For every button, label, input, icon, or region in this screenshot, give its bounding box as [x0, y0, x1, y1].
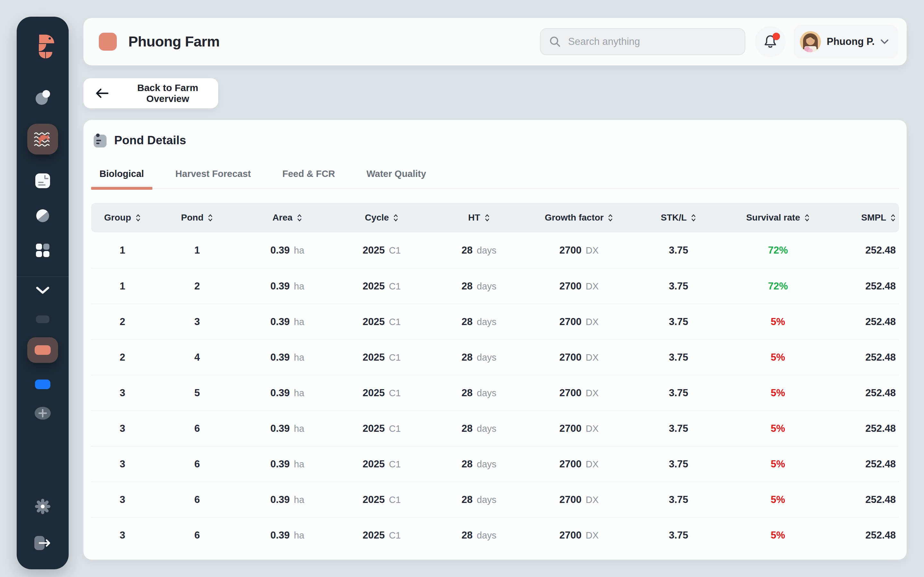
blue-pill-item[interactable] — [35, 380, 50, 389]
table-row[interactable]: 110.39ha2025C128days2700DX3.7572%252.48 — [91, 232, 899, 268]
sidebar-item-ponds-active[interactable] — [27, 124, 58, 155]
back-button[interactable]: Back to Farm Overview — [83, 78, 218, 108]
cell-value: 28 — [462, 387, 473, 399]
cell-value: 3.75 — [669, 387, 688, 399]
column-header-cycle[interactable]: Cycle — [334, 213, 429, 223]
table-row[interactable]: 360.39ha2025C128days2700DX3.755%252.48 — [91, 446, 899, 482]
column-header-group[interactable]: Group — [91, 213, 153, 223]
tab-feed-fcr[interactable]: Feed & FCR — [274, 169, 343, 188]
cell-value: 28 — [462, 245, 473, 256]
cell-stk: 3.75 — [629, 245, 728, 256]
cell-pond: 4 — [153, 351, 240, 363]
column-header-growth-factor[interactable]: Growth factor — [529, 213, 629, 223]
tab-harvest-forecast[interactable]: Harvest Forecast — [167, 169, 259, 188]
cell-pond: 1 — [153, 245, 240, 256]
column-header-survival-rate[interactable]: Survival rate — [728, 213, 828, 223]
cell-ht: 28days — [429, 530, 529, 541]
cell-group: 3 — [91, 387, 153, 399]
cell-growth: 2700DX — [529, 494, 629, 506]
cell-survival: 5% — [728, 423, 828, 434]
cell-unit: C1 — [389, 281, 401, 292]
chevron-down-icon[interactable] — [36, 287, 49, 294]
cell-group: 3 — [91, 494, 153, 506]
table-row[interactable]: 360.39ha2025C128days2700DX3.755%252.48 — [91, 482, 899, 517]
shrimp-logo[interactable] — [31, 33, 54, 60]
cell-value: 5% — [771, 316, 785, 327]
cell-unit: ha — [294, 352, 304, 363]
sidebar — [17, 17, 69, 569]
table-row[interactable]: 360.39ha2025C128days2700DX3.755%252.48 — [91, 410, 899, 446]
user-menu[interactable]: Phuong P. — [793, 25, 898, 59]
cell-growth: 2700DX — [529, 280, 629, 292]
cell-value: 3.75 — [669, 245, 688, 256]
notes-icon[interactable] — [35, 173, 50, 189]
cell-value: 2025 — [363, 316, 384, 327]
cell-area: 0.39ha — [240, 351, 334, 363]
cell-smpl: 252.48 — [828, 494, 899, 506]
cell-area: 0.39ha — [240, 316, 334, 327]
cell-value: 3 — [120, 423, 125, 434]
salmon-pill-item-active[interactable] — [27, 337, 58, 363]
cell-value: 1 — [120, 280, 125, 292]
pie-chart-icon[interactable] — [35, 90, 51, 106]
cell-value: 72% — [768, 280, 788, 292]
cell-stk: 3.75 — [629, 423, 728, 434]
cell-value: 2025 — [363, 245, 384, 256]
cell-smpl: 252.48 — [828, 458, 899, 470]
cell-ht: 28days — [429, 458, 529, 470]
gear-icon[interactable] — [34, 498, 51, 515]
pen-icon[interactable] — [35, 208, 50, 223]
cell-value: 3 — [194, 316, 200, 327]
page-title: Phuong Farm — [128, 33, 220, 50]
tab-biological[interactable]: Biological — [91, 169, 152, 188]
cell-survival: 5% — [728, 458, 828, 470]
table-row[interactable]: 230.39ha2025C128days2700DX3.755%252.48 — [91, 303, 899, 339]
tab-water-quality[interactable]: Water Quality — [358, 169, 435, 188]
column-header-pond[interactable]: Pond — [153, 213, 240, 223]
cell-unit: days — [477, 495, 496, 505]
cell-value: 3.75 — [669, 351, 688, 363]
cell-value: 2 — [120, 351, 125, 363]
cell-cycle: 2025C1 — [334, 245, 429, 256]
cell-stk: 3.75 — [629, 387, 728, 399]
search-box[interactable] — [540, 28, 745, 55]
cell-stk: 3.75 — [629, 458, 728, 470]
cell-value: 28 — [462, 458, 473, 470]
column-header-smpl[interactable]: SMPL — [828, 213, 899, 223]
table-row[interactable]: 120.39ha2025C128days2700DX3.7572%252.48 — [91, 268, 899, 303]
cell-cycle: 2025C1 — [334, 280, 429, 292]
column-header-ht[interactable]: HT — [429, 213, 529, 223]
sort-icon — [297, 213, 302, 222]
cell-value: 0.39 — [270, 245, 290, 256]
column-header-stk-l[interactable]: STK/L — [629, 213, 728, 223]
cell-growth: 2700DX — [529, 351, 629, 363]
cell-growth: 2700DX — [529, 458, 629, 470]
cell-value: 5% — [771, 458, 785, 470]
cell-value: 5% — [771, 530, 785, 541]
cell-unit: ha — [294, 281, 304, 292]
cell-growth: 2700DX — [529, 245, 629, 256]
table-row[interactable]: 360.39ha2025C128days2700DX3.755%252.48 — [91, 517, 899, 553]
cell-unit: C1 — [389, 459, 401, 470]
column-header-area[interactable]: Area — [240, 213, 334, 223]
cell-stk: 3.75 — [629, 316, 728, 327]
column-label: Group — [104, 213, 131, 223]
notifications-button[interactable] — [755, 26, 786, 57]
cell-value: 28 — [462, 351, 473, 363]
card-title: Pond Details — [114, 134, 186, 147]
plus-icon[interactable] — [34, 406, 51, 420]
cell-value: 2700 — [559, 316, 582, 327]
cell-unit: DX — [586, 459, 599, 470]
cell-value: 28 — [462, 494, 473, 506]
cell-stk: 3.75 — [629, 280, 728, 292]
apps-grid-icon[interactable] — [35, 243, 50, 258]
pond-details-card: Pond Details Biological Harvest Forecast… — [83, 120, 907, 560]
cell-ht: 28days — [429, 245, 529, 256]
table-row[interactable]: 240.39ha2025C128days2700DX3.755%252.48 — [91, 339, 899, 375]
shrimp-waves-icon — [33, 130, 53, 148]
logout-icon[interactable] — [34, 535, 52, 551]
search-input[interactable] — [568, 36, 736, 47]
table-row[interactable]: 350.39ha2025C128days2700DX3.755%252.48 — [91, 375, 899, 410]
cell-cycle: 2025C1 — [334, 387, 429, 399]
muted-pill-item[interactable] — [36, 316, 49, 323]
